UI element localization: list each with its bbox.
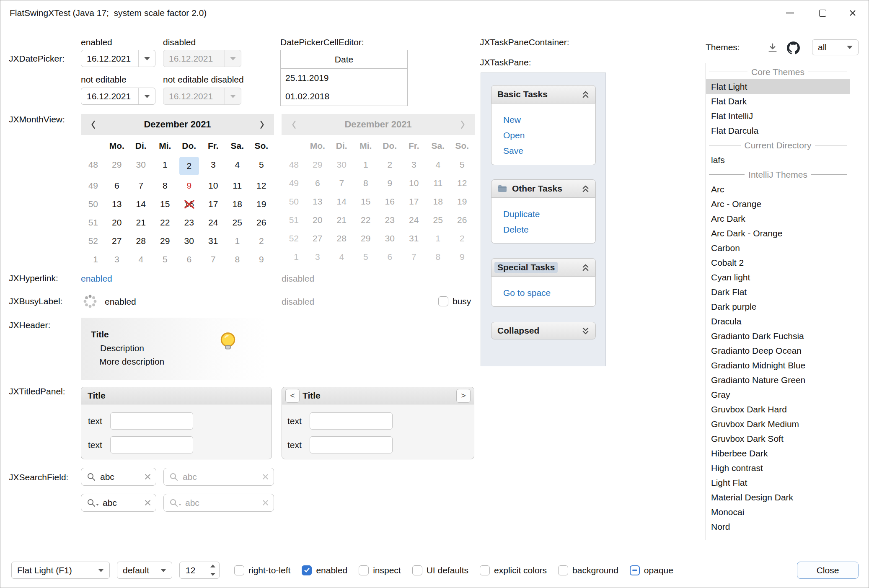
searchfield-enabled[interactable]: abc	[81, 468, 156, 486]
calendar-day[interactable]: 18	[225, 195, 250, 213]
close-window-button[interactable]	[839, 0, 866, 26]
taskpane-header[interactable]: Other Tasks	[491, 179, 596, 198]
spinner-up-button[interactable]	[206, 562, 219, 570]
titledpanel-text-input[interactable]	[310, 436, 393, 453]
checkbox-box[interactable]	[302, 565, 312, 575]
calendar-day[interactable]: 27	[105, 232, 129, 250]
calendar-day[interactable]: 9	[249, 250, 274, 269]
calendar-day[interactable]: 15	[153, 195, 177, 213]
theme-list-item[interactable]: High contrast	[706, 461, 850, 475]
calendar-day[interactable]: 7	[129, 176, 153, 195]
checkbox-box[interactable]	[234, 565, 244, 575]
datepicker-enabled-field[interactable]: 16.12.2021	[81, 50, 155, 67]
checkbox-box[interactable]	[630, 565, 640, 575]
title-bar[interactable]: FlatSwingXTest (Java 17; system scale fa…	[0, 0, 869, 26]
calendar-day[interactable]: 21	[129, 213, 153, 232]
calendar-day[interactable]: 4	[225, 155, 250, 174]
checkbox-box[interactable]	[558, 565, 568, 575]
calendar-day[interactable]: 28	[129, 232, 153, 250]
checkbox-explicit-colors[interactable]: explicit colors	[480, 565, 547, 575]
maximize-button[interactable]	[809, 0, 836, 26]
calendar-day[interactable]: 2	[179, 157, 199, 175]
calendar-day[interactable]: 29	[105, 155, 129, 174]
datepicker-value[interactable]: 16.12.2021	[81, 54, 138, 64]
table-row[interactable]: 25.11.2019	[281, 69, 407, 87]
theme-list-item[interactable]: Gradianto Nature Green	[706, 373, 850, 387]
calendar-day[interactable]: 31	[201, 232, 225, 250]
theme-filter-combobox[interactable]: all	[812, 39, 859, 55]
theme-list-item[interactable]: lafs	[706, 153, 850, 167]
titledpanel-text-input[interactable]	[110, 412, 193, 430]
theme-list-item[interactable]: Gruvbox Dark Medium	[706, 417, 850, 431]
spinner-down-button[interactable]	[206, 570, 219, 579]
checkbox-enabled[interactable]: enabled	[302, 565, 347, 575]
laf-combobox[interactable]: Flat Light (F1)	[11, 562, 110, 579]
search-with-menu-icon[interactable]	[86, 498, 99, 508]
theme-list-item[interactable]: Nord	[706, 519, 850, 534]
checkbox-box[interactable]	[480, 565, 490, 575]
theme-list-item[interactable]: Monocai	[706, 505, 850, 519]
calendar-day[interactable]: 30	[177, 232, 202, 250]
checkbox-ui-defaults[interactable]: UI defaults	[412, 565, 468, 575]
theme-list-item[interactable]: Arc Dark - Orange	[706, 226, 850, 241]
calendar-day[interactable]: 11	[225, 176, 250, 195]
theme-list-item[interactable]: Carbon	[706, 241, 850, 255]
minimize-button[interactable]	[776, 0, 803, 26]
theme-list-item[interactable]: Gray	[706, 387, 850, 402]
monthview-enabled[interactable]: Dezember 2021 Mo.Di.Mi.Do.Fr.Sa.So.48293…	[81, 114, 274, 269]
theme-list-item[interactable]: Material Design Dark	[706, 490, 850, 505]
theme-list-item[interactable]: Gruvbox Dark Soft	[706, 431, 850, 446]
calendar-day[interactable]: 20	[105, 213, 129, 232]
spinner-value[interactable]: 12	[180, 565, 206, 575]
calendar-day[interactable]: 1	[153, 155, 177, 174]
theme-list-item[interactable]: Hiberbee Dark	[706, 446, 850, 461]
theme-list-item[interactable]: Gradianto Midnight Blue	[706, 358, 850, 373]
calendar-day[interactable]: 8	[153, 176, 177, 195]
calendar-day[interactable]: 8	[225, 250, 250, 269]
next-month-button[interactable]	[250, 114, 274, 135]
checkbox-inspect[interactable]: inspect	[359, 565, 401, 575]
calendar-day[interactable]: 26	[249, 213, 274, 232]
clear-icon[interactable]	[145, 500, 151, 506]
calendar-day[interactable]: 13	[105, 195, 129, 213]
calendar-day[interactable]: 5	[249, 155, 274, 174]
titledpanel-text-input[interactable]	[110, 436, 193, 453]
calendar-day[interactable]: 23	[177, 213, 202, 232]
checkbox-box[interactable]	[438, 296, 448, 306]
taskpane-header[interactable]: Basic Tasks	[491, 85, 596, 104]
task-link-open[interactable]: Open	[503, 130, 595, 140]
font-combobox[interactable]: default	[117, 562, 172, 579]
github-link-button[interactable]	[786, 40, 801, 55]
datepicker-value[interactable]: 16.12.2021	[81, 91, 138, 101]
font-size-spinner[interactable]: 12	[179, 562, 220, 579]
searchfield-with-menu-enabled[interactable]: abc	[81, 494, 156, 512]
titledpanel-next-button[interactable]: >	[456, 389, 471, 403]
close-button[interactable]: Close	[797, 562, 859, 579]
theme-list-item[interactable]: Dark Flat	[706, 285, 850, 299]
theme-list-item[interactable]: Flat IntelliJ	[706, 109, 850, 123]
taskpane-header[interactable]: Collapsed	[491, 322, 596, 339]
theme-list-item[interactable]: Gruvbox Dark Hard	[706, 402, 850, 417]
theme-list-item[interactable]: Gradianto Deep Ocean	[706, 343, 850, 358]
datepicker-dropdown-button[interactable]	[138, 50, 155, 67]
theme-list-item[interactable]: Flat Darcula	[706, 123, 850, 138]
search-value[interactable]: abc	[100, 472, 141, 482]
theme-list-item[interactable]: Flat Light	[706, 79, 850, 94]
search-value[interactable]: abc	[103, 498, 141, 508]
calendar-day[interactable]: 6	[177, 250, 202, 269]
task-link-delete[interactable]: Delete	[503, 225, 595, 235]
calendar-day[interactable]: 2	[249, 232, 274, 250]
table-header-date[interactable]: Date	[281, 50, 407, 69]
titledpanel-text-input[interactable]	[310, 412, 393, 430]
calendar-day[interactable]: 30	[129, 155, 153, 174]
theme-list[interactable]: Core ThemesFlat LightFlat DarkFlat Intel…	[706, 63, 850, 540]
table-row[interactable]: 01.02.2018	[281, 87, 407, 106]
theme-list-item[interactable]: Dracula	[706, 314, 850, 329]
calendar-day[interactable]: 16	[177, 195, 202, 213]
calendar-day[interactable]: 6	[105, 176, 129, 195]
calendar-day[interactable]: 5	[153, 250, 177, 269]
task-link-save[interactable]: Save	[503, 146, 595, 156]
task-link-new[interactable]: New	[503, 115, 595, 125]
titledpanel-prev-button[interactable]: <	[285, 389, 300, 403]
theme-list-item[interactable]: Cobalt 2	[706, 255, 850, 270]
